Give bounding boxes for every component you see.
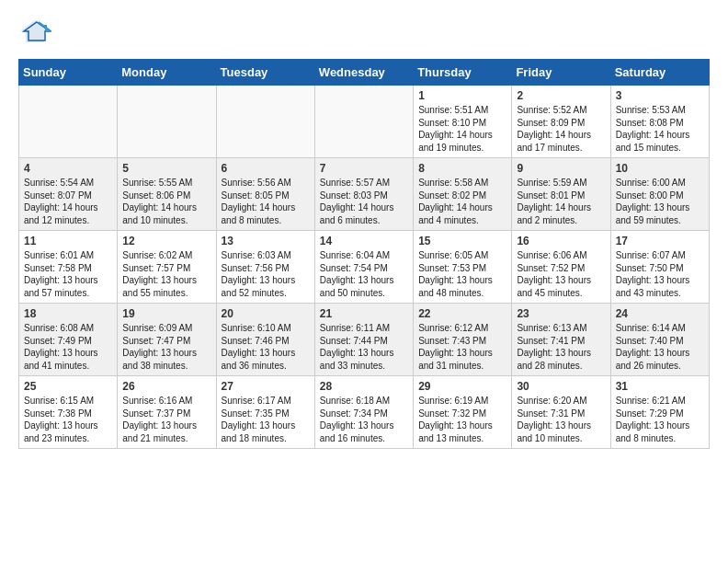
calendar-day-cell: 9Sunrise: 5:59 AM Sunset: 8:01 PM Daylig…	[512, 158, 610, 231]
calendar-day-header: Saturday	[610, 60, 709, 86]
calendar-day-cell: 1Sunrise: 5:51 AM Sunset: 8:10 PM Daylig…	[414, 86, 512, 158]
day-number: 2	[517, 89, 605, 102]
day-info: Sunrise: 5:57 AM Sunset: 8:03 PM Dayligh…	[320, 177, 408, 226]
calendar-body: 1Sunrise: 5:51 AM Sunset: 8:10 PM Daylig…	[19, 86, 710, 449]
calendar-day-cell: 20Sunrise: 6:10 AM Sunset: 7:46 PM Dayli…	[216, 304, 314, 376]
calendar-day-cell: 22Sunrise: 6:12 AM Sunset: 7:43 PM Dayli…	[414, 304, 512, 376]
calendar-day-cell: 12Sunrise: 6:02 AM Sunset: 7:57 PM Dayli…	[118, 231, 216, 304]
day-number: 20	[222, 307, 310, 320]
calendar-week-row: 25Sunrise: 6:15 AM Sunset: 7:38 PM Dayli…	[19, 376, 710, 449]
calendar-day-cell	[216, 86, 314, 158]
calendar-day-header: Sunday	[19, 60, 118, 86]
calendar-day-cell: 14Sunrise: 6:04 AM Sunset: 7:54 PM Dayli…	[314, 231, 413, 304]
calendar-day-cell: 19Sunrise: 6:09 AM Sunset: 7:47 PM Dayli…	[118, 304, 216, 376]
day-number: 3	[616, 89, 704, 102]
day-info: Sunrise: 6:01 AM Sunset: 7:58 PM Dayligh…	[24, 249, 112, 299]
day-number: 11	[24, 235, 112, 247]
day-info: Sunrise: 6:02 AM Sunset: 7:57 PM Dayligh…	[122, 249, 210, 299]
day-info: Sunrise: 6:20 AM Sunset: 7:31 PM Dayligh…	[517, 395, 605, 444]
day-number: 30	[517, 380, 605, 393]
day-info: Sunrise: 6:19 AM Sunset: 7:32 PM Dayligh…	[418, 395, 506, 444]
calendar-day-cell	[118, 86, 216, 158]
calendar-day-cell: 17Sunrise: 6:07 AM Sunset: 7:50 PM Dayli…	[610, 231, 709, 304]
day-number: 25	[24, 380, 112, 393]
day-info: Sunrise: 6:14 AM Sunset: 7:40 PM Dayligh…	[616, 322, 704, 372]
calendar-day-cell: 3Sunrise: 5:53 AM Sunset: 8:08 PM Daylig…	[610, 86, 709, 158]
calendar-day-header: Tuesday	[216, 60, 314, 86]
day-number: 9	[517, 162, 605, 175]
day-info: Sunrise: 6:09 AM Sunset: 7:47 PM Dayligh…	[122, 322, 210, 372]
calendar-day-cell: 5Sunrise: 5:55 AM Sunset: 8:06 PM Daylig…	[118, 158, 216, 231]
calendar-table: SundayMondayTuesdayWednesdayThursdayFrid…	[18, 59, 710, 449]
calendar-week-row: 18Sunrise: 6:08 AM Sunset: 7:49 PM Dayli…	[19, 304, 710, 376]
calendar-day-cell: 31Sunrise: 6:21 AM Sunset: 7:29 PM Dayli…	[610, 376, 709, 449]
calendar-day-header: Friday	[512, 60, 610, 86]
calendar-day-cell: 27Sunrise: 6:17 AM Sunset: 7:35 PM Dayli…	[216, 376, 314, 449]
day-number: 17	[616, 235, 704, 247]
calendar-day-cell: 25Sunrise: 6:15 AM Sunset: 7:38 PM Dayli…	[19, 376, 118, 449]
day-number: 14	[320, 235, 408, 247]
calendar-day-header: Thursday	[414, 60, 512, 86]
day-info: Sunrise: 6:16 AM Sunset: 7:37 PM Dayligh…	[122, 395, 210, 444]
logo-icon	[18, 18, 51, 44]
calendar-day-cell: 2Sunrise: 5:52 AM Sunset: 8:09 PM Daylig…	[512, 86, 610, 158]
calendar-day-cell	[19, 86, 118, 158]
day-number: 18	[24, 307, 112, 320]
header	[18, 18, 710, 44]
day-number: 8	[418, 162, 506, 175]
day-info: Sunrise: 6:18 AM Sunset: 7:34 PM Dayligh…	[320, 395, 408, 444]
day-number: 24	[616, 307, 704, 320]
day-info: Sunrise: 5:55 AM Sunset: 8:06 PM Dayligh…	[122, 177, 210, 226]
day-number: 5	[122, 162, 210, 175]
day-number: 6	[222, 162, 310, 175]
day-info: Sunrise: 6:04 AM Sunset: 7:54 PM Dayligh…	[320, 249, 408, 299]
day-info: Sunrise: 6:17 AM Sunset: 7:35 PM Dayligh…	[222, 395, 310, 444]
day-info: Sunrise: 5:51 AM Sunset: 8:10 PM Dayligh…	[418, 104, 506, 154]
day-number: 7	[320, 162, 408, 175]
calendar-day-cell: 11Sunrise: 6:01 AM Sunset: 7:58 PM Dayli…	[19, 231, 118, 304]
day-number: 15	[418, 235, 506, 247]
calendar-day-cell: 24Sunrise: 6:14 AM Sunset: 7:40 PM Dayli…	[610, 304, 709, 376]
day-info: Sunrise: 6:15 AM Sunset: 7:38 PM Dayligh…	[24, 395, 112, 444]
calendar-week-row: 11Sunrise: 6:01 AM Sunset: 7:58 PM Dayli…	[19, 231, 710, 304]
day-number: 28	[320, 380, 408, 393]
calendar-day-cell: 16Sunrise: 6:06 AM Sunset: 7:52 PM Dayli…	[512, 231, 610, 304]
day-info: Sunrise: 6:12 AM Sunset: 7:43 PM Dayligh…	[418, 322, 506, 372]
calendar-day-cell: 28Sunrise: 6:18 AM Sunset: 7:34 PM Dayli…	[314, 376, 413, 449]
day-number: 4	[24, 162, 112, 175]
calendar-header-row: SundayMondayTuesdayWednesdayThursdayFrid…	[19, 60, 710, 86]
calendar-day-cell: 8Sunrise: 5:58 AM Sunset: 8:02 PM Daylig…	[414, 158, 512, 231]
day-info: Sunrise: 6:05 AM Sunset: 7:53 PM Dayligh…	[418, 249, 506, 299]
day-info: Sunrise: 6:10 AM Sunset: 7:46 PM Dayligh…	[222, 322, 310, 372]
calendar-day-cell: 23Sunrise: 6:13 AM Sunset: 7:41 PM Dayli…	[512, 304, 610, 376]
day-info: Sunrise: 5:52 AM Sunset: 8:09 PM Dayligh…	[517, 104, 605, 154]
day-number: 10	[616, 162, 704, 175]
day-info: Sunrise: 5:59 AM Sunset: 8:01 PM Dayligh…	[517, 177, 605, 226]
calendar-day-cell: 29Sunrise: 6:19 AM Sunset: 7:32 PM Dayli…	[414, 376, 512, 449]
day-number: 16	[517, 235, 605, 247]
day-info: Sunrise: 5:58 AM Sunset: 8:02 PM Dayligh…	[418, 177, 506, 226]
calendar-day-cell: 4Sunrise: 5:54 AM Sunset: 8:07 PM Daylig…	[19, 158, 118, 231]
calendar-day-header: Wednesday	[314, 60, 413, 86]
calendar-week-row: 4Sunrise: 5:54 AM Sunset: 8:07 PM Daylig…	[19, 158, 710, 231]
day-number: 19	[122, 307, 210, 320]
calendar-day-cell: 30Sunrise: 6:20 AM Sunset: 7:31 PM Dayli…	[512, 376, 610, 449]
day-info: Sunrise: 6:11 AM Sunset: 7:44 PM Dayligh…	[320, 322, 408, 372]
day-number: 26	[122, 380, 210, 393]
calendar-day-cell	[314, 86, 413, 158]
day-number: 27	[222, 380, 310, 393]
day-info: Sunrise: 6:08 AM Sunset: 7:49 PM Dayligh…	[24, 322, 112, 372]
calendar-day-cell: 6Sunrise: 5:56 AM Sunset: 8:05 PM Daylig…	[216, 158, 314, 231]
day-number: 31	[616, 380, 704, 393]
day-number: 1	[418, 89, 506, 102]
day-number: 23	[517, 307, 605, 320]
calendar-day-header: Monday	[118, 60, 216, 86]
day-number: 29	[418, 380, 506, 393]
calendar-day-cell: 21Sunrise: 6:11 AM Sunset: 7:44 PM Dayli…	[314, 304, 413, 376]
day-info: Sunrise: 6:13 AM Sunset: 7:41 PM Dayligh…	[517, 322, 605, 372]
calendar-day-cell: 18Sunrise: 6:08 AM Sunset: 7:49 PM Dayli…	[19, 304, 118, 376]
day-info: Sunrise: 6:00 AM Sunset: 8:00 PM Dayligh…	[616, 177, 704, 226]
logo	[18, 18, 55, 44]
calendar-day-cell: 10Sunrise: 6:00 AM Sunset: 8:00 PM Dayli…	[610, 158, 709, 231]
day-info: Sunrise: 6:07 AM Sunset: 7:50 PM Dayligh…	[616, 249, 704, 299]
